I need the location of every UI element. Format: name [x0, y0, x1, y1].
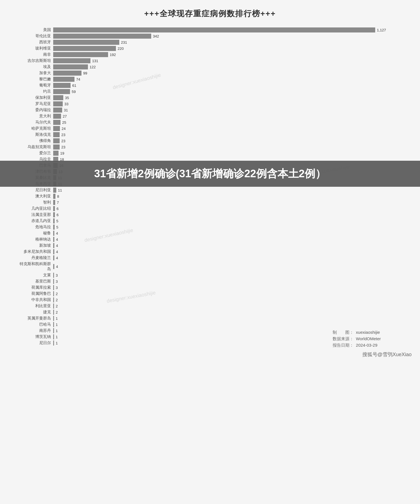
bar-label: 格林纳达: [17, 237, 53, 242]
bar-value: 31: [64, 108, 68, 112]
bar-label: 尼日尔: [17, 340, 53, 346]
bar-track: 4: [53, 231, 403, 236]
bar-value: 1: [56, 316, 58, 321]
bar-row: 意大利27: [17, 114, 403, 119]
bar-label: 文莱: [17, 273, 53, 278]
bar-track: 220: [53, 46, 403, 51]
bar-value: 231: [121, 40, 127, 45]
bar-fill: [53, 34, 151, 39]
bar-label: 赤道几内亚: [17, 218, 53, 223]
bar-track: 2: [53, 297, 403, 302]
bar-value: 6: [57, 207, 59, 211]
bar-fill: [53, 297, 54, 302]
bar-fill: [53, 310, 54, 315]
bar-track: 19: [53, 151, 403, 156]
bar-row: 哥伦比亚342: [17, 34, 403, 39]
bar-row: 几内亚比绍6: [17, 206, 403, 211]
bar-label: 约旦: [17, 89, 53, 94]
bar-fill: [53, 212, 55, 217]
bar-fill: [53, 101, 63, 106]
bar-row: 委内瑞拉31: [17, 108, 403, 113]
bar-value: 19: [60, 151, 64, 155]
bar-row: 保加利亚35: [17, 95, 403, 100]
bar-track: 27: [53, 114, 403, 119]
bar-fill: [53, 334, 54, 339]
bar-track: 11: [53, 188, 403, 193]
bar-value: 1: [56, 329, 58, 333]
bar-track: 2: [53, 304, 403, 309]
bar-label: 马尔代夫: [17, 120, 53, 125]
bar-track: 99: [53, 71, 403, 76]
bar-fill: [53, 291, 54, 296]
bar-fill: [53, 138, 60, 143]
bar-row: 葡萄牙61: [17, 83, 403, 88]
bar-row: 美国1,127: [17, 27, 403, 32]
bar-label: 哈萨克斯坦: [17, 126, 53, 131]
bar-track: 7: [53, 200, 403, 205]
bar-value: 2: [56, 304, 58, 308]
bar-label: 罗马尼亚: [17, 101, 53, 106]
bar-label: 利比里亚: [17, 304, 53, 309]
bar-row: 澳大利亚8: [17, 194, 403, 199]
bar-track: 3: [53, 273, 403, 278]
bar-label: 佛得角: [17, 138, 53, 143]
bar-value: 4: [56, 231, 58, 235]
bar-row: 格林纳达4: [17, 237, 403, 242]
bar-label: 黎巴嫩: [17, 77, 53, 82]
bar-value: 4: [56, 244, 58, 248]
bar-label: 特克斯和凯科斯群岛: [17, 262, 53, 272]
bar-row: 文莱3: [17, 273, 403, 278]
bar-fill: [53, 225, 55, 230]
bar-track: 4: [53, 264, 403, 269]
chart-title: +++全球现存重症病例数排行榜+++: [17, 8, 403, 19]
bar-value: 61: [72, 83, 76, 88]
bar-fill: [53, 89, 70, 94]
bar-label: 哥伦比亚: [17, 34, 53, 39]
bar-value: 131: [92, 59, 98, 63]
bar-label: 保加利亚: [17, 95, 53, 100]
footer-maker: 制 图： xuexiaoshijie: [333, 330, 381, 335]
bar-value: 74: [76, 77, 80, 81]
bar-label: 南苏丹: [17, 328, 53, 333]
bar-value: 4: [56, 265, 58, 269]
bar-track: 5: [53, 225, 403, 230]
bar-track: 192: [53, 52, 403, 57]
bar-fill: [53, 340, 54, 346]
bar-row: 斯洛伐克23: [17, 132, 403, 137]
bar-track: 8: [53, 194, 403, 199]
bar-fill: [53, 273, 54, 278]
bar-row: 爱尔兰19: [17, 151, 403, 156]
bar-row: 危地马拉5: [17, 225, 403, 230]
bar-fill: [53, 151, 59, 156]
footer-source: 数据来源： WorldOMeter: [333, 336, 381, 342]
bar-row: 荷属阿鲁巴2: [17, 291, 403, 296]
overlay-banner: 31省新增2例确诊(31省新增确诊22例含本土2例）: [0, 161, 420, 187]
bar-value: 2: [56, 298, 58, 302]
bar-fill: [53, 77, 74, 82]
bar-value: 23: [61, 139, 65, 143]
bar-label: 英属开曼群岛: [17, 316, 53, 321]
bar-value: 4: [56, 237, 58, 242]
bar-row: 罗马尼亚33: [17, 101, 403, 106]
bar-row: 佛得角23: [17, 138, 403, 143]
bar-fill: [53, 52, 108, 57]
bar-track: 61: [53, 83, 403, 88]
bar-value: 7: [57, 200, 59, 205]
bar-label: 多米尼加共和国: [17, 249, 53, 254]
bar-row: 吉尔吉斯斯坦131: [17, 58, 403, 63]
bar-fill: [53, 194, 55, 199]
bar-row: 尼日利亚11: [17, 188, 403, 193]
bar-row: 黎巴嫩74: [17, 77, 403, 82]
bar-fill: [53, 243, 54, 248]
bar-value: 99: [83, 71, 87, 75]
bar-row: 捷克2: [17, 310, 403, 315]
bar-track: 33: [53, 101, 403, 106]
bar-fill: [53, 83, 71, 88]
bar-row: 法属圭亚那6: [17, 212, 403, 217]
bar-track: 3: [53, 279, 403, 284]
bar-fill: [53, 132, 60, 137]
bar-track: 4: [53, 255, 403, 260]
bar-track: 4: [53, 243, 403, 248]
bar-value: 25: [62, 120, 66, 125]
bar-track: 1: [53, 316, 403, 321]
